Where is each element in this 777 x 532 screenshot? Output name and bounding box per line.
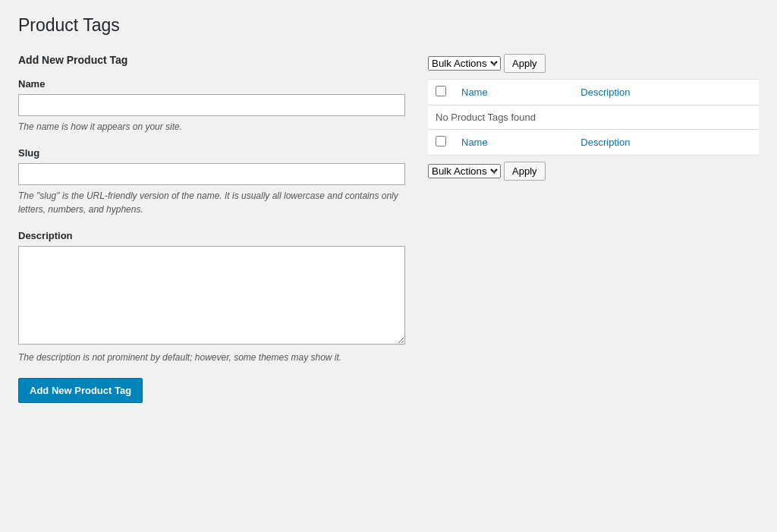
tags-table-panel: Bulk Actions Delete Apply Name Descripti… [428,54,759,187]
bulk-actions-top-row: Bulk Actions Delete Apply [428,54,759,73]
select-all-bottom-checkbox[interactable] [436,136,446,146]
name-label: Name [18,78,405,90]
name-hint: The name is how it appears on your site. [18,120,405,134]
description-label: Description [18,230,405,241]
bulk-actions-bottom-row: Bulk Actions Delete Apply [428,162,759,181]
empty-row: No Product Tags found [428,105,759,130]
bulk-actions-bottom-dropdown-wrapper: Bulk Actions Delete [428,164,501,178]
footer-description-col: Description [573,130,759,156]
slug-label: Slug [18,147,405,159]
apply-top-button[interactable]: Apply [504,54,546,73]
add-tag-form-panel: Add New Product Tag Name The name is how… [18,54,405,403]
name-footer-column-link[interactable]: Name [461,137,488,148]
bulk-actions-top-dropdown-wrapper: Bulk Actions Delete [428,56,501,71]
header-name-col: Name [454,80,573,105]
header-checkbox-col [428,80,454,105]
name-input[interactable] [18,94,405,116]
table-header-bottom-row: Name Description [428,130,759,156]
name-column-link[interactable]: Name [461,87,488,98]
add-new-product-tag-button[interactable]: Add New Product Tag [18,378,143,403]
description-textarea[interactable] [18,246,405,345]
bulk-actions-top-select[interactable]: Bulk Actions Delete [428,56,501,71]
slug-form-group: Slug The "slug" is the URL-friendly vers… [18,147,405,216]
header-description-col: Description [573,80,759,105]
name-form-group: Name The name is how it appears on your … [18,78,405,134]
footer-name-col: Name [454,130,573,156]
select-all-top-checkbox[interactable] [436,86,446,96]
bulk-actions-bottom-select[interactable]: Bulk Actions Delete [428,164,501,178]
page-title: Product Tags [18,15,759,36]
empty-message-cell: No Product Tags found [428,105,759,130]
description-hint: The description is not prominent by defa… [18,351,405,364]
description-column-link[interactable]: Description [580,87,630,98]
slug-hint: The "slug" is the URL-friendly version o… [18,189,405,216]
form-section-title: Add New Product Tag [18,54,405,66]
product-tags-table: Name Description No Product Tags found [428,79,759,156]
footer-checkbox-col [428,130,454,156]
description-footer-column-link[interactable]: Description [580,137,630,148]
slug-input[interactable] [18,163,405,185]
description-form-group: Description The description is not promi… [18,230,405,364]
table-header-top-row: Name Description [428,80,759,105]
apply-bottom-button[interactable]: Apply [504,162,546,181]
